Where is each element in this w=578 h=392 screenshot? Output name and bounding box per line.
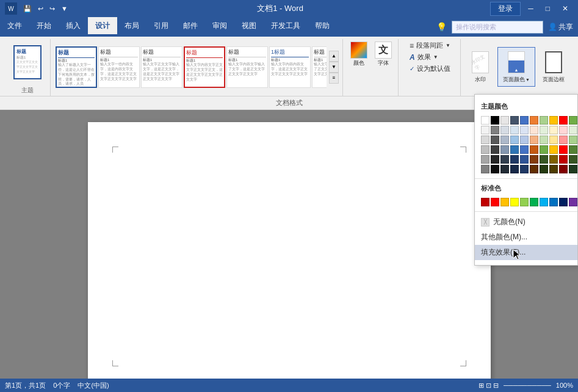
tab-view[interactable]: 视图 xyxy=(234,17,264,34)
theme-color-swatch[interactable] xyxy=(491,136,499,144)
style-item-7[interactable]: 标题 标题1输入文字内容文字输入了正文文字，这是正文文字正文文字正文 xyxy=(312,46,327,88)
theme-color-swatch[interactable] xyxy=(559,165,568,173)
theme-color-swatch[interactable] xyxy=(559,116,568,125)
theme-color-swatch[interactable] xyxy=(520,165,529,173)
theme-color-swatch[interactable] xyxy=(559,145,568,154)
theme-color-swatch[interactable] xyxy=(530,136,538,144)
theme-color-swatch[interactable] xyxy=(510,136,519,144)
theme-color-swatch[interactable] xyxy=(569,145,577,154)
theme-color-swatch[interactable] xyxy=(481,136,489,144)
tab-references[interactable]: 引用 xyxy=(146,17,176,34)
tab-help[interactable]: 帮助 xyxy=(308,17,337,34)
color-swatch-btn[interactable]: 颜色 xyxy=(348,40,370,68)
standard-color-swatch[interactable] xyxy=(569,198,577,206)
watermark-button[interactable]: 水印文字 水印 xyxy=(466,48,495,86)
theme-color-swatch[interactable] xyxy=(569,165,577,173)
tab-insert[interactable]: 插入 xyxy=(59,17,88,34)
theme-color-swatch[interactable] xyxy=(481,116,489,125)
theme-color-swatch[interactable] xyxy=(491,126,499,134)
theme-color-swatch[interactable] xyxy=(530,116,538,125)
theme-color-swatch[interactable] xyxy=(530,155,538,164)
no-color-item[interactable]: ╳ 无颜色(N) xyxy=(475,214,577,230)
undo-btn[interactable]: ↩ xyxy=(35,4,46,14)
theme-color-swatch[interactable] xyxy=(481,165,489,173)
style-item-5[interactable]: 标题 标题1输入文字内容文字输入了文字，这是正文文字正文文字正文文字 xyxy=(226,46,268,88)
theme-color-swatch[interactable] xyxy=(549,116,558,125)
standard-color-swatch[interactable] xyxy=(549,198,558,206)
theme-color-swatch[interactable] xyxy=(520,136,529,144)
theme-color-swatch[interactable] xyxy=(510,155,519,164)
theme-color-swatch[interactable] xyxy=(530,126,538,134)
theme-color-swatch[interactable] xyxy=(491,116,499,125)
standard-color-swatch[interactable] xyxy=(481,198,489,206)
quick-access-dropdown[interactable]: ▼ xyxy=(59,4,70,13)
theme-color-swatch[interactable] xyxy=(500,155,509,164)
theme-color-swatch[interactable] xyxy=(559,136,568,144)
font-btn[interactable]: 文 字体 xyxy=(372,40,394,68)
minimize-button[interactable]: ─ xyxy=(523,3,538,14)
theme-color-swatch[interactable] xyxy=(540,136,548,144)
theme-color-swatch[interactable] xyxy=(510,145,519,154)
theme-color-swatch[interactable] xyxy=(530,145,538,154)
page-color-button[interactable]: ▲ 页面颜色▼ xyxy=(497,47,535,87)
theme-color-swatch[interactable] xyxy=(569,116,577,125)
tab-developer[interactable]: 开发工具 xyxy=(264,17,308,34)
save-quick-btn[interactable]: 💾 xyxy=(21,4,34,14)
fill-effects-item[interactable]: 填充效果(F)... xyxy=(475,245,577,260)
theme-color-swatch[interactable] xyxy=(569,126,577,134)
tab-layout[interactable]: 布局 xyxy=(117,17,146,34)
theme-color-swatch[interactable] xyxy=(530,165,538,173)
theme-color-swatch[interactable] xyxy=(520,126,529,134)
theme-color-swatch[interactable] xyxy=(549,126,558,134)
share-button[interactable]: 👤 共享 xyxy=(548,22,573,32)
more-colors-item[interactable]: 其他颜色(M)... xyxy=(475,230,577,245)
tab-file[interactable]: 文件 xyxy=(0,17,29,34)
style-item-1[interactable]: 标题 标题1输入了标题入文字一些，这是让人们不管在下何地所用的文本，按照，需要，… xyxy=(56,46,97,88)
theme-color-swatch[interactable] xyxy=(549,165,558,173)
theme-color-swatch[interactable] xyxy=(540,155,548,164)
theme-color-swatch[interactable] xyxy=(559,126,568,134)
standard-color-swatch[interactable] xyxy=(491,198,499,206)
restore-button[interactable]: □ xyxy=(541,3,555,14)
theme-color-swatch[interactable] xyxy=(510,126,519,134)
redo-btn[interactable]: ↪ xyxy=(47,4,57,14)
search-input-box[interactable]: 操作说明搜索 xyxy=(452,21,543,34)
theme-color-swatch[interactable] xyxy=(549,155,558,164)
scroll-down-btn[interactable]: ▼ xyxy=(329,62,339,73)
style-item-3[interactable]: 标题 标题1输入文字正文文字输入文字，这是正文文字，这是正文文字正文文字正文文字… xyxy=(141,46,182,88)
standard-color-swatch[interactable] xyxy=(500,198,509,206)
theme-color-swatch[interactable] xyxy=(510,116,519,125)
theme-color-swatch[interactable] xyxy=(540,116,548,125)
theme-color-swatch[interactable] xyxy=(491,145,499,154)
theme-color-swatch[interactable] xyxy=(569,155,577,164)
theme-color-swatch[interactable] xyxy=(520,145,529,154)
tab-review[interactable]: 审阅 xyxy=(205,17,234,34)
theme-color-swatch[interactable] xyxy=(540,126,548,134)
zoom-slider[interactable]: ────────── xyxy=(504,382,551,389)
theme-color-swatch[interactable] xyxy=(500,165,509,173)
theme-color-swatch[interactable] xyxy=(510,165,519,173)
theme-color-swatch[interactable] xyxy=(481,126,489,134)
theme-color-swatch[interactable] xyxy=(559,155,568,164)
theme-color-swatch[interactable] xyxy=(481,145,489,154)
login-button[interactable]: 登录 xyxy=(490,2,521,16)
set-default-btn[interactable]: ✓ 设为默认值 xyxy=(407,64,453,74)
theme-color-swatch[interactable] xyxy=(491,165,499,173)
standard-color-swatch[interactable] xyxy=(510,198,519,206)
theme-color-swatch[interactable] xyxy=(540,145,548,154)
theme-color-swatch[interactable] xyxy=(500,116,509,125)
style-item-2[interactable]: 标题 标题1输入文字一些内容文字，这是内容文字文字，这是正文文字正文文字正文文字… xyxy=(98,46,140,88)
theme-color-swatch[interactable] xyxy=(549,145,558,154)
standard-color-swatch[interactable] xyxy=(520,198,529,206)
theme-color-swatch[interactable] xyxy=(569,136,577,144)
theme-color-swatch[interactable] xyxy=(481,155,489,164)
view-buttons[interactable]: ⊞ ⊡ ⊟ xyxy=(479,382,499,390)
theme-color-swatch[interactable] xyxy=(500,126,509,134)
theme-button[interactable]: 标题 标题1正文文字正文文字正文文字正文文字正文文字 xyxy=(9,43,46,82)
tab-design[interactable]: 设计 xyxy=(88,17,117,34)
standard-color-swatch[interactable] xyxy=(530,198,538,206)
style-item-4[interactable]: 标题 标题1输入文字内容文字正文文字正文文字正文，这是正文文字正文文字正文文字 xyxy=(184,46,225,88)
scroll-up-btn[interactable]: ▲ xyxy=(329,51,339,62)
theme-color-swatch[interactable] xyxy=(520,155,529,164)
tab-home[interactable]: 开始 xyxy=(29,17,59,34)
